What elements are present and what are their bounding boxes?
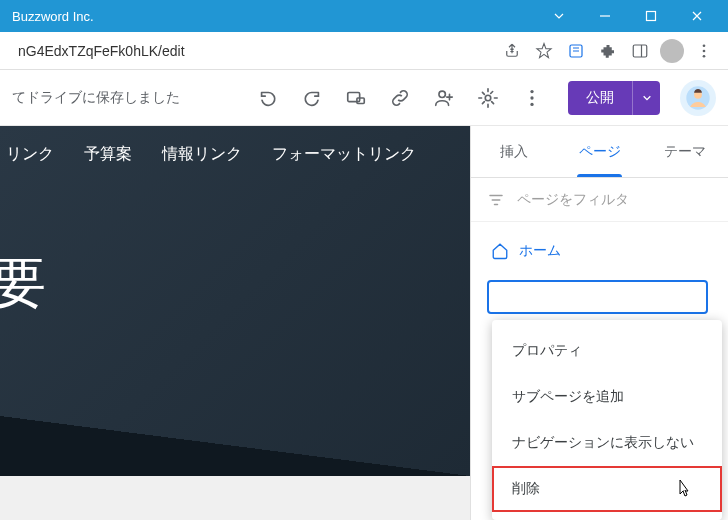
profile-avatar-icon[interactable] xyxy=(656,35,688,67)
star-icon[interactable] xyxy=(528,35,560,67)
svg-point-4 xyxy=(703,49,706,52)
window-dropdown-icon[interactable] xyxy=(536,0,582,32)
canvas-hero-bg xyxy=(0,126,470,476)
menu-item-properties[interactable]: プロパティ xyxy=(492,328,722,374)
page-context-menu: プロパティ サブページを追加 ナビゲーションに表示しない 削除 xyxy=(492,320,722,520)
svg-point-8 xyxy=(439,91,445,97)
link-button[interactable] xyxy=(380,78,420,118)
canvas-nav: リンク 予算案 情報リンク フォーマットリンク xyxy=(0,144,416,165)
redo-button[interactable] xyxy=(292,78,332,118)
more-button[interactable] xyxy=(512,78,552,118)
svg-point-11 xyxy=(530,96,533,99)
svg-point-10 xyxy=(530,89,533,92)
tab-theme[interactable]: テーマ xyxy=(642,126,728,177)
publish-button[interactable]: 公開 xyxy=(568,81,632,115)
svg-rect-0 xyxy=(647,12,656,21)
tab-insert[interactable]: 挿入 xyxy=(471,126,557,177)
svg-rect-7 xyxy=(357,98,364,104)
user-avatar[interactable] xyxy=(680,80,716,116)
menu-item-hide-nav[interactable]: ナビゲーションに表示しない xyxy=(492,420,722,466)
browser-menu-icon[interactable] xyxy=(688,35,720,67)
nav-link[interactable]: リンク xyxy=(6,144,54,165)
url-text[interactable]: nG4EdxTZqFeFk0hLK/edit xyxy=(8,37,496,65)
extensions-icon[interactable] xyxy=(592,35,624,67)
svg-rect-2 xyxy=(633,45,647,57)
window-minimize-button[interactable] xyxy=(582,0,628,32)
filter-icon xyxy=(487,191,505,209)
selected-page-bar[interactable] xyxy=(487,280,708,314)
publish-group: 公開 xyxy=(568,81,660,115)
svg-point-12 xyxy=(530,102,533,105)
sidepanel-icon[interactable] xyxy=(624,35,656,67)
svg-point-3 xyxy=(703,44,706,47)
page-list: ホーム xyxy=(471,222,728,280)
tab-pages[interactable]: ページ xyxy=(557,126,643,177)
nav-link[interactable]: 予算案 xyxy=(84,144,132,165)
save-status: てドライブに保存しました xyxy=(12,89,180,107)
editor-canvas[interactable]: リンク 予算案 情報リンク フォーマットリンク 要 xyxy=(0,126,470,520)
window-maximize-button[interactable] xyxy=(628,0,674,32)
page-item-home[interactable]: ホーム xyxy=(487,234,712,268)
preview-button[interactable] xyxy=(336,78,376,118)
undo-button[interactable] xyxy=(248,78,288,118)
bookmark-icon[interactable] xyxy=(560,35,592,67)
share-icon[interactable] xyxy=(496,35,528,67)
app-toolbar: てドライブに保存しました 公開 xyxy=(0,70,728,126)
window-title: Buzzword Inc. xyxy=(8,9,536,24)
menu-item-add-subpage[interactable]: サブページを追加 xyxy=(492,374,722,420)
browser-urlbar: nG4EdxTZqFeFk0hLK/edit xyxy=(0,32,728,70)
svg-point-9 xyxy=(485,95,491,101)
page-item-label: ホーム xyxy=(519,242,561,260)
sidebar-tabs: 挿入 ページ テーマ xyxy=(471,126,728,178)
settings-button[interactable] xyxy=(468,78,508,118)
publish-dropdown-button[interactable] xyxy=(632,81,660,115)
menu-item-delete[interactable]: 削除 xyxy=(492,466,722,512)
filter-placeholder: ページをフィルタ xyxy=(517,191,629,209)
canvas-title[interactable]: 要 xyxy=(0,246,46,322)
filter-row[interactable]: ページをフィルタ xyxy=(471,178,728,222)
svg-rect-6 xyxy=(348,92,360,101)
home-icon xyxy=(491,242,509,260)
svg-point-5 xyxy=(703,54,706,57)
window-titlebar: Buzzword Inc. xyxy=(0,0,728,32)
window-close-button[interactable] xyxy=(674,0,720,32)
nav-link[interactable]: 情報リンク xyxy=(162,144,242,165)
add-person-button[interactable] xyxy=(424,78,464,118)
nav-link[interactable]: フォーマットリンク xyxy=(272,144,416,165)
